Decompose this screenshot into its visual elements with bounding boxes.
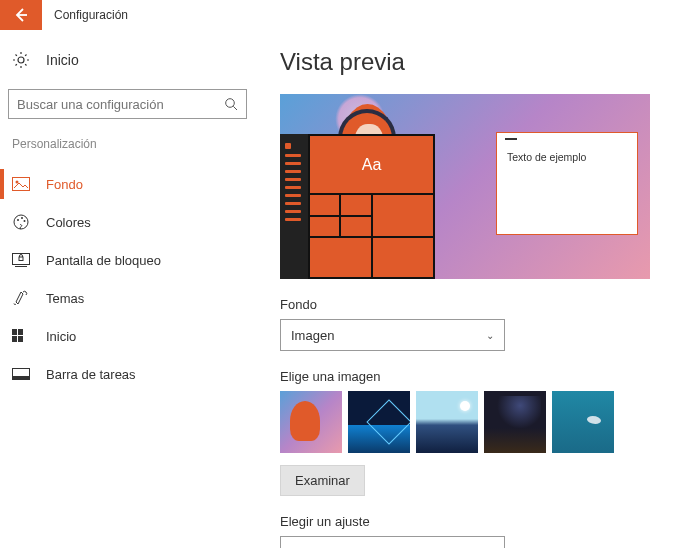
home-button[interactable]: Inicio (8, 45, 247, 75)
desktop-preview: Aa Texto de ejemplo (280, 94, 650, 279)
title-bar: Configuración (0, 0, 685, 30)
back-button[interactable] (0, 0, 42, 30)
svg-point-0 (18, 57, 24, 63)
sidebar: Inicio Personalización Fondo Colores Pan… (0, 30, 255, 548)
fit-select-value: Centro (291, 545, 330, 549)
svg-point-4 (16, 181, 19, 184)
nav-item-themes[interactable]: Temas (8, 279, 247, 317)
background-select-value: Imagen (291, 328, 334, 343)
nav-item-background[interactable]: Fondo (8, 165, 247, 203)
nav-label: Barra de tareas (46, 367, 136, 382)
picture-thumb[interactable] (280, 391, 342, 453)
chevron-down-icon: ⌄ (486, 330, 494, 341)
background-label: Fondo (280, 297, 655, 312)
nav-item-colors[interactable]: Colores (8, 203, 247, 241)
svg-rect-11 (19, 257, 23, 261)
background-select[interactable]: Imagen ⌄ (280, 319, 505, 351)
svg-point-1 (226, 99, 235, 108)
nav-label: Fondo (46, 177, 83, 192)
picture-thumb[interactable] (552, 391, 614, 453)
nav-label: Inicio (46, 329, 76, 344)
svg-point-8 (24, 220, 26, 222)
svg-rect-14 (12, 336, 17, 342)
picture-thumb[interactable] (484, 391, 546, 453)
preview-tile-aa: Aa (310, 136, 433, 193)
nav-item-taskbar[interactable]: Barra de tareas (8, 355, 247, 393)
fit-select[interactable]: Centro ⌄ (280, 536, 505, 548)
nav-item-lockscreen[interactable]: Pantalla de bloqueo (8, 241, 247, 279)
svg-line-2 (233, 106, 237, 110)
svg-rect-3 (13, 178, 30, 191)
nav-label: Pantalla de bloqueo (46, 253, 161, 268)
back-arrow-icon (13, 7, 29, 23)
svg-rect-13 (18, 329, 23, 335)
preview-heading: Vista previa (280, 48, 655, 76)
picture-thumbnails (280, 391, 655, 453)
nav-item-start[interactable]: Inicio (8, 317, 247, 355)
sample-text: Texto de ejemplo (507, 151, 627, 163)
app-title: Configuración (54, 8, 128, 22)
svg-rect-12 (12, 329, 17, 335)
browse-button[interactable]: Examinar (280, 465, 365, 496)
home-label: Inicio (46, 52, 79, 68)
choose-picture-label: Elige una imagen (280, 369, 655, 384)
picture-icon (12, 175, 30, 193)
svg-rect-9 (13, 254, 30, 265)
gear-icon (12, 51, 30, 69)
preview-start-menu: Aa (280, 134, 435, 279)
lockscreen-icon (12, 251, 30, 269)
section-title: Personalización (8, 137, 247, 165)
theme-icon (12, 289, 30, 307)
search-box[interactable] (8, 89, 247, 119)
palette-icon (12, 213, 30, 231)
main-content: Vista previa Aa Texto de ejemplo Fondo (255, 30, 685, 548)
nav-label: Temas (46, 291, 84, 306)
picture-thumb[interactable] (416, 391, 478, 453)
search-input[interactable] (17, 97, 224, 112)
preview-sample-window: Texto de ejemplo (496, 132, 638, 235)
fit-label: Elegir un ajuste (280, 514, 655, 529)
svg-point-7 (21, 217, 23, 219)
svg-rect-15 (18, 336, 23, 342)
svg-point-6 (17, 219, 19, 221)
svg-rect-17 (13, 376, 30, 380)
picture-thumb[interactable] (348, 391, 410, 453)
start-icon (12, 327, 30, 345)
search-icon (224, 97, 238, 111)
nav-label: Colores (46, 215, 91, 230)
taskbar-icon (12, 365, 30, 383)
